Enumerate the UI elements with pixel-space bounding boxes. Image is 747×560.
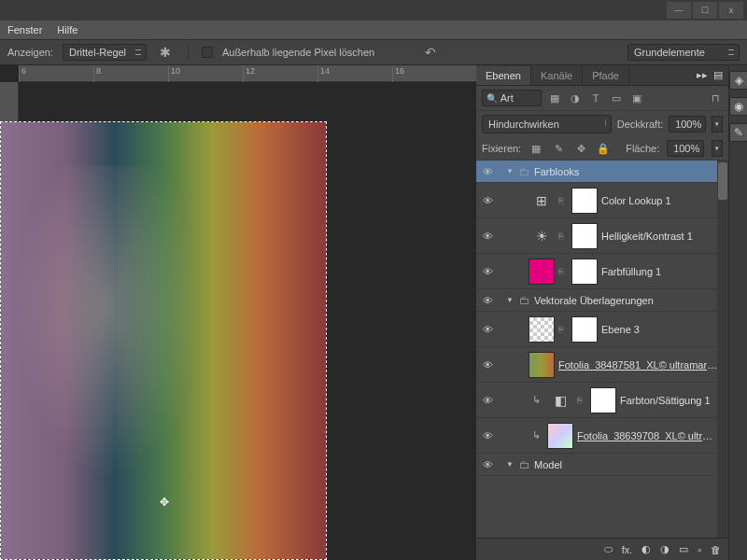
layer-group-farblooks[interactable]: 👁 ▼ 🗀 Farblooks: [476, 161, 717, 183]
color-lookup-icon: ⊞: [529, 188, 555, 214]
add-mask-icon[interactable]: ◐: [641, 543, 651, 555]
filter-shape-icon[interactable]: ▭: [609, 91, 624, 105]
layer-name[interactable]: Color Lookup 1: [601, 195, 717, 206]
layer-thumbnail[interactable]: [547, 423, 573, 449]
mask-thumbnail[interactable]: [571, 316, 598, 343]
visibility-icon[interactable]: 👁: [480, 231, 495, 242]
scrollbar-thumb[interactable]: [718, 162, 727, 200]
mask-thumbnail[interactable]: [571, 188, 598, 214]
ruler-tick: 16: [392, 65, 467, 82]
crop-handle-tr[interactable]: [313, 121, 327, 135]
visibility-icon[interactable]: 👁: [480, 395, 495, 406]
window-close-button[interactable]: x: [719, 2, 743, 19]
gear-icon[interactable]: [156, 43, 175, 62]
layer-hue-saturation[interactable]: 👁 ↳ ◧ ⎘ Farbton/Sättigung 1: [476, 383, 717, 418]
toolpanel-3d-icon[interactable]: ◉: [729, 97, 747, 116]
reset-icon[interactable]: [421, 43, 440, 62]
blend-mode-dropdown[interactable]: Hindurchwirken: [482, 115, 612, 133]
window-minimize-button[interactable]: —: [667, 2, 691, 19]
toolpanel-layers-icon[interactable]: ◈: [729, 71, 747, 90]
crop-center-icon[interactable]: ✥: [160, 496, 169, 509]
mask-thumbnail[interactable]: [590, 387, 616, 413]
separator: [188, 44, 189, 61]
menu-hilfe[interactable]: Hilfe: [57, 24, 78, 35]
panel-collapse-icon[interactable]: ▸▸: [697, 69, 708, 81]
workspace-area: 6 8 10 12 14 16 ✥: [0, 65, 476, 560]
layer-group-vektorale[interactable]: 👁 ▼ 🗀 Vektorale Überlagerungen: [476, 289, 717, 312]
expand-icon[interactable]: ▼: [506, 460, 515, 469]
link-icon: ⎘: [558, 325, 568, 334]
layer-name[interactable]: Helligkeit/Kontrast 1: [601, 231, 717, 242]
visibility-icon[interactable]: 👁: [480, 266, 495, 277]
visibility-icon[interactable]: 👁: [480, 295, 495, 306]
mask-thumbnail[interactable]: [571, 223, 598, 249]
filter-adjust-icon[interactable]: ◑: [568, 91, 583, 105]
lock-pixels-icon[interactable]: ▦: [529, 141, 543, 156]
group-name[interactable]: Farblooks: [534, 166, 717, 177]
filter-text-icon[interactable]: T: [588, 91, 603, 105]
visibility-icon[interactable]: 👁: [480, 459, 495, 470]
layer-name[interactable]: Ebene 3: [601, 324, 717, 335]
layer-group-model[interactable]: 👁 ▼ 🗀 Model: [476, 454, 717, 476]
lock-brush-icon[interactable]: ✎: [551, 141, 566, 156]
visibility-icon[interactable]: 👁: [480, 195, 495, 206]
layers-scrollbar[interactable]: [717, 161, 728, 538]
fill-thumbnail[interactable]: [529, 259, 555, 285]
layer-name[interactable]: Farbfüllung 1: [601, 266, 717, 277]
layer-ebene3[interactable]: 👁 ⎘ Ebene 3: [476, 312, 717, 347]
toolpanel-paths-icon[interactable]: ✎: [729, 123, 747, 142]
link-icon: ⎘: [558, 267, 568, 276]
layer-fotolia2[interactable]: 👁 ↳ Fotolia_38639708_XL© ultramari...: [476, 418, 717, 454]
visibility-icon[interactable]: 👁: [480, 430, 495, 441]
lock-position-icon[interactable]: ✥: [573, 141, 588, 156]
filter-image-icon[interactable]: ▦: [547, 91, 562, 105]
anzeigen-label: Anzeigen:: [7, 47, 53, 58]
workspace-dropdown[interactable]: Grundelemente: [627, 44, 740, 61]
fill-input[interactable]: 100%: [667, 140, 704, 157]
visibility-icon[interactable]: 👁: [480, 359, 495, 371]
anzeigen-dropdown[interactable]: Drittel-Regel: [63, 44, 147, 61]
layer-name[interactable]: Fotolia_38487581_XL© ultramari...: [558, 359, 717, 371]
pixel-delete-checkbox[interactable]: [202, 47, 213, 58]
ruler-horizontal[interactable]: 6 8 10 12 14 16: [19, 65, 476, 82]
clip-icon: ↳: [529, 428, 543, 443]
crop-handle-top[interactable]: [141, 121, 156, 135]
adjustment-icon[interactable]: ◑: [660, 543, 669, 555]
fill-dropdown-icon[interactable]: ▾: [712, 140, 723, 157]
visibility-icon[interactable]: 👁: [480, 166, 495, 177]
new-group-icon[interactable]: ▭: [679, 543, 688, 555]
layer-name[interactable]: Farbton/Sättigung 1: [620, 395, 717, 406]
layer-color-lookup[interactable]: 👁 ⊞ ⎘ Color Lookup 1: [476, 183, 717, 218]
ruler-tick: 6: [19, 65, 93, 82]
mask-thumbnail[interactable]: [571, 259, 598, 285]
layer-filter-dropdown[interactable]: 🔍 Art: [482, 90, 542, 106]
opacity-input[interactable]: 100%: [669, 116, 706, 133]
layer-color-fill[interactable]: 👁 ⎘ Farbfüllung 1: [476, 254, 717, 289]
delete-layer-icon[interactable]: 🗑: [711, 544, 721, 555]
layer-thumbnail[interactable]: [529, 316, 555, 343]
canvas[interactable]: ✥: [0, 121, 327, 560]
new-layer-icon[interactable]: ▫: [698, 544, 701, 555]
filter-smart-icon[interactable]: ▣: [629, 91, 644, 105]
fill-label: Fläche:: [626, 143, 659, 154]
filter-toggle-icon[interactable]: ⊓: [708, 91, 723, 105]
layer-brightness-contrast[interactable]: 👁 ☀ ⎘ Helligkeit/Kontrast 1: [476, 218, 717, 254]
link-layers-icon[interactable]: ⬭: [604, 543, 613, 555]
group-name[interactable]: Vektorale Überlagerungen: [534, 295, 717, 306]
window-maximize-button[interactable]: ☐: [693, 2, 717, 19]
tab-ebenen[interactable]: Ebenen: [476, 66, 531, 85]
visibility-icon[interactable]: 👁: [480, 324, 495, 335]
opacity-dropdown-icon[interactable]: ▾: [712, 116, 723, 133]
layer-fotolia1[interactable]: 👁 Fotolia_38487581_XL© ultramari...: [476, 347, 717, 383]
panel-menu-icon[interactable]: ▤: [713, 69, 723, 81]
layer-thumbnail[interactable]: [529, 352, 555, 378]
layer-name[interactable]: Fotolia_38639708_XL© ultramari...: [577, 430, 717, 441]
tab-pfade[interactable]: Pfade: [583, 66, 629, 85]
lock-all-icon[interactable]: 🔒: [596, 141, 611, 156]
tab-kanaele[interactable]: Kanäle: [531, 66, 583, 85]
expand-icon[interactable]: ▼: [506, 167, 515, 175]
menu-fenster[interactable]: Fenster: [7, 24, 42, 35]
fx-icon[interactable]: fx.: [622, 544, 633, 555]
expand-icon[interactable]: ▼: [506, 296, 515, 304]
group-name[interactable]: Model: [534, 459, 717, 470]
